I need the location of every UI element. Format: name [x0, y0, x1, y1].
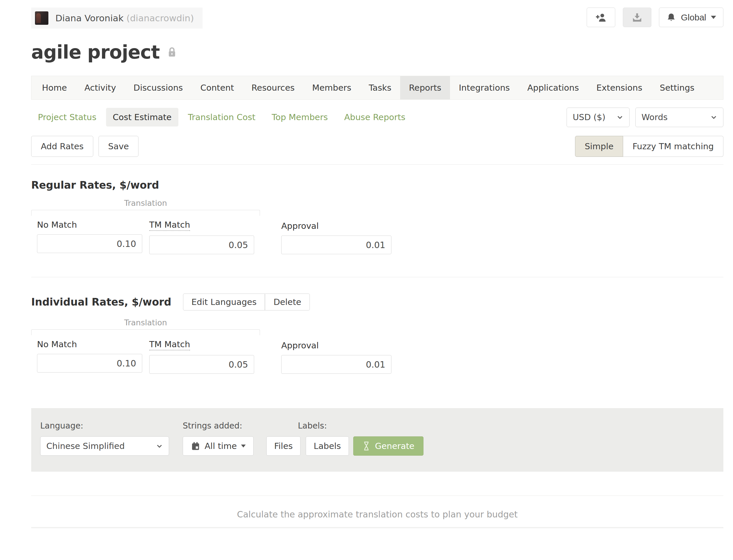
- report-generator-panel: Language: Strings added: Labels: Chinese…: [31, 408, 723, 472]
- no-match-input[interactable]: [37, 354, 142, 373]
- current-user[interactable]: Diana Voroniak (dianacrowdin): [31, 8, 203, 29]
- delete-button[interactable]: Delete: [265, 294, 310, 310]
- individual-rates-grid: Translation No Match TM Match Approval: [31, 310, 723, 374]
- tm-match-input[interactable]: [149, 355, 254, 374]
- regular-rates-grid: Translation No Match TM Match Approval: [31, 191, 723, 254]
- tm-match-label: TM Match: [149, 339, 190, 350]
- subtab-top-members[interactable]: Top Members: [265, 108, 335, 127]
- title-row: agile project: [31, 41, 723, 63]
- tab-integrations[interactable]: Integrations: [450, 76, 518, 99]
- group-bracket: [31, 329, 260, 335]
- footer-hint: Calculate the approximate translation co…: [31, 509, 723, 519]
- approval-field: Approval: [281, 340, 391, 374]
- add-person-icon: [595, 12, 607, 23]
- bell-icon: [666, 12, 676, 23]
- no-match-input[interactable]: [37, 234, 142, 253]
- strings-added-label: Strings added:: [183, 421, 298, 431]
- tab-resources[interactable]: Resources: [243, 76, 304, 99]
- project-tabs: Home Activity Discussions Content Resour…: [31, 76, 723, 100]
- labels-label: Labels:: [298, 421, 327, 431]
- rates-toolbar: Add Rates Save Simple Fuzzy TM matching: [31, 136, 723, 157]
- divider: [31, 277, 723, 277]
- no-match-field: No Match: [37, 339, 142, 374]
- generate-label: Generate: [375, 441, 414, 451]
- no-match-field: No Match: [37, 220, 142, 254]
- unit-select[interactable]: Words: [635, 108, 723, 127]
- tab-home[interactable]: Home: [33, 76, 76, 99]
- divider: [31, 496, 723, 496]
- approval-field: Approval: [281, 221, 391, 254]
- tab-reports[interactable]: Reports: [400, 76, 450, 99]
- tab-content[interactable]: Content: [192, 76, 243, 99]
- language-select[interactable]: Chinese Simplified: [40, 436, 169, 456]
- download-report-button[interactable]: [623, 8, 651, 27]
- subtab-abuse-reports[interactable]: Abuse Reports: [338, 108, 412, 127]
- chevron-down-icon: [711, 16, 716, 19]
- approval-input[interactable]: [281, 236, 391, 254]
- rates-toolbar-left: Add Rates Save: [31, 136, 139, 157]
- rates-mode-toggle: Simple Fuzzy TM matching: [575, 136, 723, 157]
- subtab-cost-estimate[interactable]: Cost Estimate: [106, 108, 178, 127]
- currency-value: USD ($): [573, 112, 605, 122]
- report-filters: USD ($) Words: [567, 108, 723, 127]
- invite-user-button[interactable]: [587, 8, 615, 27]
- tm-match-label: TM Match: [149, 220, 190, 231]
- group-bracket: [31, 210, 260, 216]
- currency-select[interactable]: USD ($): [567, 108, 629, 127]
- add-rates-button[interactable]: Add Rates: [31, 136, 93, 157]
- individual-rates-heading-row: Individual Rates, $/word Edit Languages …: [31, 294, 723, 310]
- tm-match-input[interactable]: [149, 236, 254, 254]
- save-button[interactable]: Save: [99, 136, 139, 157]
- user-name: Diana Voroniak (dianacrowdin): [55, 13, 194, 23]
- tab-members[interactable]: Members: [304, 76, 360, 99]
- edit-languages-button[interactable]: Edit Languages: [183, 294, 265, 310]
- no-match-label: No Match: [37, 339, 77, 349]
- report-subtabs: Project Status Cost Estimate Translation…: [31, 108, 412, 127]
- report-subtab-row: Project Status Cost Estimate Translation…: [31, 107, 723, 128]
- translation-rate-group: Translation No Match TM Match: [31, 191, 260, 254]
- approval-label: Approval: [281, 340, 319, 350]
- avatar: [35, 11, 48, 25]
- mode-simple-button[interactable]: Simple: [575, 136, 623, 157]
- no-match-label: No Match: [37, 220, 77, 230]
- mode-fuzzy-button[interactable]: Fuzzy TM matching: [623, 136, 723, 157]
- files-button[interactable]: Files: [267, 436, 301, 456]
- tab-tasks[interactable]: Tasks: [360, 76, 400, 99]
- language-label: Language:: [40, 421, 183, 431]
- translation-rate-group: Translation No Match TM Match: [31, 310, 260, 374]
- date-range-value: All time: [205, 441, 237, 451]
- subtab-project-status[interactable]: Project Status: [31, 108, 103, 127]
- page-title: agile project: [31, 41, 160, 63]
- individual-rates-actions: Edit Languages Delete: [183, 294, 310, 310]
- chevron-down-icon: [241, 445, 246, 447]
- top-bar: Diana Voroniak (dianacrowdin): [31, 8, 723, 29]
- labels-button[interactable]: Labels: [306, 436, 349, 456]
- tab-applications[interactable]: Applications: [518, 76, 587, 99]
- tab-activity[interactable]: Activity: [76, 76, 125, 99]
- download-icon: [631, 12, 643, 23]
- generate-button[interactable]: Generate: [353, 436, 423, 456]
- date-range-button[interactable]: All time: [183, 436, 254, 456]
- user-full-name: Diana Voroniak: [55, 13, 124, 23]
- approval-label: Approval: [281, 221, 319, 231]
- chevron-down-icon: [156, 443, 163, 450]
- hourglass-icon: [362, 441, 371, 451]
- notifications-label: Global: [681, 13, 706, 22]
- unit-value: Words: [641, 112, 668, 122]
- divider: [31, 164, 723, 165]
- individual-rates-heading: Individual Rates, $/word: [31, 296, 171, 308]
- tab-settings[interactable]: Settings: [651, 76, 703, 99]
- tab-extensions[interactable]: Extensions: [587, 76, 651, 99]
- lock-icon: [166, 46, 178, 59]
- tab-discussions[interactable]: Discussions: [125, 76, 192, 99]
- top-actions: Global: [587, 8, 723, 27]
- user-login: (dianacrowdin): [127, 13, 194, 23]
- chevron-down-icon: [616, 114, 623, 121]
- translation-group-label: Translation: [31, 199, 260, 208]
- subtab-translation-cost[interactable]: Translation Cost: [181, 108, 262, 127]
- notifications-button[interactable]: Global: [659, 8, 723, 27]
- translation-group-label: Translation: [31, 318, 260, 327]
- approval-input[interactable]: [281, 355, 391, 374]
- chevron-down-icon: [710, 114, 717, 121]
- tm-match-field: TM Match: [149, 339, 254, 374]
